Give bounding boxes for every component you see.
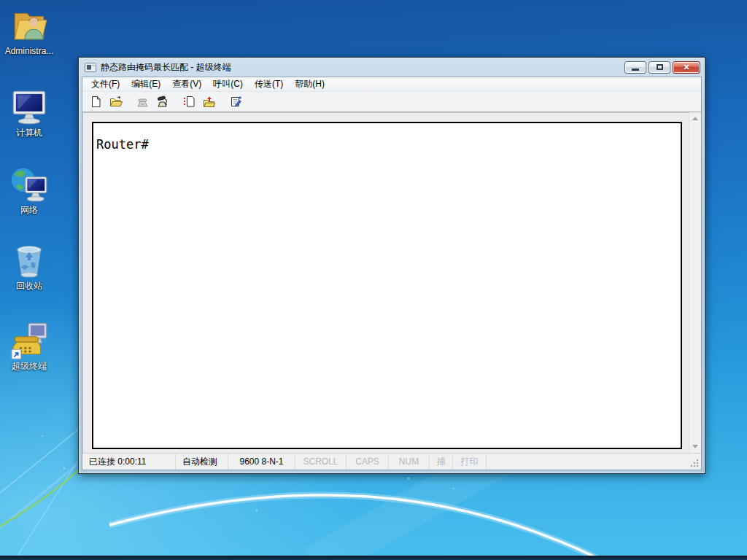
disconnect-icon [155,95,169,109]
vertical-scrollbar[interactable] [689,112,701,453]
status-connection: 已连接 0:00:11 [82,454,176,470]
menu-call[interactable]: 呼叫(C) [207,77,249,93]
minimize-icon [632,69,639,71]
receive-file-icon [202,95,216,109]
status-baud: 9600 8-N-1 [228,454,295,470]
window-icon[interactable] [85,62,97,73]
window-client: 文件(F) 编辑(E) 查看(V) 呼叫(C) 传送(T) 帮助(H) [82,77,702,470]
disconnect-button[interactable] [154,93,171,110]
menu-view[interactable]: 查看(V) [166,77,207,93]
status-emulation: 自动检测 [176,454,228,470]
desktop-icon-label: 计算机 [0,128,58,138]
taskbar-edge [0,556,747,560]
maximize-button[interactable] [649,61,670,74]
desktop-icon-hyperterminal[interactable]: 超级终端 [0,319,58,371]
arrow-down-icon [692,445,698,448]
hyperterminal-window: 静态路由掩码最长匹配 - 超级终端 ✕ 文件(F) 编辑(E) 查看(V) 呼叫… [78,57,705,474]
status-capture: 捕 [430,454,453,470]
desktop-icon-label: 回收站 [0,281,58,291]
status-print: 打印 [453,454,487,470]
scroll-down-button[interactable] [691,442,700,451]
desktop-icon-computer[interactable]: 计算机 [0,86,58,138]
menu-file[interactable]: 文件(F) [85,77,125,93]
properties-button[interactable] [228,93,244,110]
close-icon: ✕ [683,63,689,71]
minimize-button[interactable] [624,61,646,74]
properties-icon [229,95,243,109]
administrator-folder-icon [9,4,50,45]
desktop-icon-recycle-bin[interactable]: 回收站 [0,239,58,291]
menu-bar: 文件(F) 编辑(E) 查看(V) 呼叫(C) 传送(T) 帮助(H) [82,77,701,92]
send-file-icon [182,95,196,109]
call-button [134,93,151,110]
desktop-icon-label: 网络 [0,205,58,215]
arrow-up-icon [692,117,698,120]
scroll-up-button[interactable] [691,114,700,123]
menu-edit[interactable]: 编辑(E) [125,77,166,93]
terminal-client-area: Router# [82,112,701,453]
open-button[interactable] [107,93,124,110]
recycle-bin-icon [9,239,50,280]
computer-icon [9,86,50,127]
maximize-icon [657,64,663,70]
resize-grip[interactable] [689,458,700,468]
new-connection-button[interactable] [88,93,104,110]
new-connection-icon [89,95,103,109]
terminal-margin: Router# [82,112,689,453]
menu-help[interactable]: 帮助(H) [289,77,330,93]
menu-transfer[interactable]: 传送(T) [249,77,289,93]
window-title: 静态路由掩码最长匹配 - 超级终端 [101,61,231,74]
desktop-icon-label: 超级终端 [0,361,58,371]
status-bar: 已连接 0:00:11 自动检测 9600 8-N-1 SCROLL CAPS … [82,453,701,470]
desktop-icon-label: Administra... [0,46,58,56]
network-icon [9,163,50,204]
hyperterminal-icon [9,319,50,360]
status-scroll: SCROLL [295,454,347,470]
desktop-icon-administrator[interactable]: Administra... [0,4,58,56]
window-titlebar[interactable]: 静态路由掩码最长匹配 - 超级终端 ✕ [79,58,705,77]
desktop-icon-network[interactable]: 网络 [0,163,58,215]
send-file-button[interactable] [181,93,198,110]
open-icon [109,95,123,109]
close-button[interactable]: ✕ [673,61,700,74]
call-icon [136,95,150,109]
status-num: NUM [389,454,430,470]
receive-file-button[interactable] [201,93,217,110]
terminal-screen[interactable]: Router# [92,122,682,449]
toolbar [82,92,701,112]
status-caps: CAPS [347,454,389,470]
